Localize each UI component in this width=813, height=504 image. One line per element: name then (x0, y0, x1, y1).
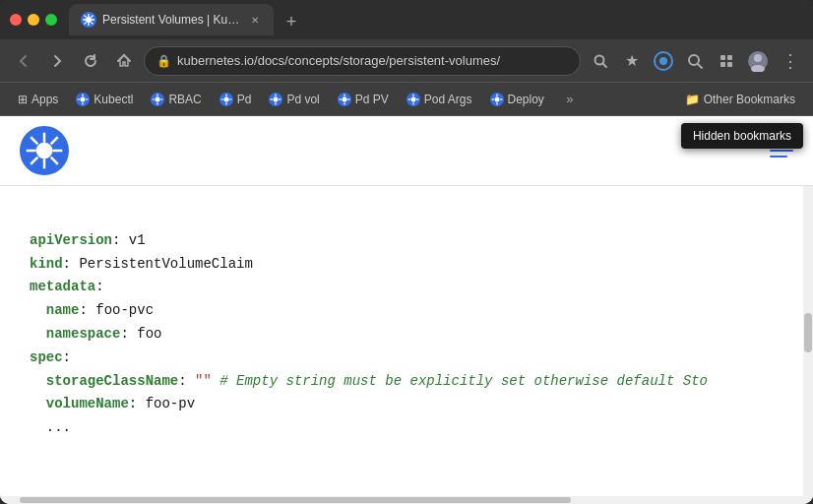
user-avatar[interactable] (744, 47, 772, 75)
podargs-favicon (406, 93, 420, 106)
bookmark-podargs-label: Pod Args (424, 93, 472, 106)
deploy-favicon (490, 93, 504, 106)
svg-point-54 (410, 96, 415, 101)
bookmark-apps-label: Apps (31, 93, 58, 106)
lock-icon: 🔒 (156, 54, 171, 68)
close-button[interactable] (10, 14, 22, 26)
vertical-scrollbar-thumb[interactable] (804, 313, 812, 352)
code-key-apiversion: apiVersion (30, 232, 112, 248)
bookmark-pd[interactable]: Pd (212, 90, 260, 109)
bookmark-button[interactable]: ★ (618, 47, 646, 75)
bookmark-kubectl-label: Kubectl (94, 93, 133, 106)
code-block: apiVersion: v1 kind: PersistentVolumeCla… (30, 206, 783, 464)
svg-point-76 (38, 145, 50, 157)
bookmark-deploy-label: Deploy (508, 93, 544, 106)
code-ellipsis: ... (46, 419, 71, 435)
browser-window: Persistent Volumes | Kubernete… ✕ + (0, 0, 813, 504)
code-key-spec: spec (30, 349, 63, 365)
other-bookmarks[interactable]: 📁 Other Bookmarks Hidden bookmarks (677, 90, 803, 109)
address-text: kubernetes.io/docs/concepts/storage/pers… (177, 53, 568, 68)
tabs-bar: Persistent Volumes | Kubernete… ✕ + (69, 4, 803, 35)
code-key-kind: kind (30, 256, 63, 272)
page-content: apiVersion: v1 kind: PersistentVolumeCla… (0, 116, 813, 504)
svg-point-30 (156, 96, 160, 101)
sync-icon (654, 51, 673, 71)
rbac-favicon (151, 93, 164, 106)
horizontal-scrollbar-track[interactable] (0, 496, 803, 504)
apps-grid-icon: ⊞ (18, 93, 28, 106)
show-hidden-bookmarks-button[interactable]: » (556, 86, 584, 113)
code-key-namespace: namespace (46, 326, 121, 342)
horizontal-scrollbar-thumb[interactable] (20, 497, 571, 503)
svg-point-1 (86, 17, 92, 23)
code-section: apiVersion: v1 kind: PersistentVolumeCla… (0, 186, 813, 504)
svg-point-21 (754, 54, 762, 62)
svg-line-11 (603, 63, 607, 67)
nav-bar: 🔒 kubernetes.io/docs/concepts/storage/pe… (0, 39, 813, 83)
profile-sync-button[interactable] (650, 47, 677, 75)
bookmark-podargs[interactable]: Pod Args (399, 90, 480, 109)
home-button[interactable] (110, 47, 138, 75)
tab-title: Persistent Volumes | Kubernete… (102, 13, 240, 27)
kubectl-favicon (76, 93, 90, 106)
folder-icon: 📁 (685, 93, 700, 106)
title-bar: Persistent Volumes | Kubernete… ✕ + (0, 0, 813, 39)
maximize-button[interactable] (45, 14, 57, 26)
bookmarks-bar: ⊞ Apps Kubectl RBAC (0, 83, 813, 116)
nav-actions: ★ (587, 47, 803, 75)
hamburger-line-2 (770, 150, 793, 152)
forward-button[interactable] (43, 47, 71, 75)
code-key-metadata: metadata (30, 279, 95, 294)
new-tab-button[interactable]: + (278, 8, 305, 35)
bookmark-deploy[interactable]: Deploy (482, 90, 552, 109)
back-icon (16, 53, 31, 69)
svg-point-13 (659, 57, 667, 65)
address-bar[interactable]: 🔒 kubernetes.io/docs/concepts/storage/pe… (144, 46, 581, 76)
tab-favicon (81, 12, 96, 28)
bookmark-rbac-label: RBAC (168, 93, 201, 106)
pdpv-favicon (338, 93, 351, 106)
svg-rect-17 (727, 55, 732, 60)
code-key-name: name (46, 302, 80, 318)
menu-button[interactable]: ⋮ (776, 47, 803, 75)
minimize-button[interactable] (28, 14, 39, 26)
code-key-volumename: volumeName (46, 396, 129, 411)
search-button[interactable] (587, 47, 614, 75)
bookmark-rbac[interactable]: RBAC (143, 90, 209, 109)
tab-close-button[interactable]: ✕ (248, 13, 262, 27)
extensions-button[interactable] (713, 47, 740, 75)
active-tab[interactable]: Persistent Volumes | Kubernete… ✕ (69, 4, 274, 35)
kubernetes-logo (20, 126, 69, 175)
vertical-scrollbar-track[interactable] (803, 186, 813, 504)
hamburger-line-3 (770, 156, 787, 158)
svg-line-15 (698, 64, 702, 68)
search-icon (593, 53, 608, 69)
home-icon (116, 53, 132, 69)
refresh-icon (83, 53, 98, 69)
svg-point-48 (342, 96, 346, 101)
bookmark-pdpv-label: Pd PV (355, 93, 389, 106)
svg-point-42 (274, 96, 279, 101)
code-comment-storage: # Empty string must be explicitly set ot… (219, 373, 708, 389)
bookmark-pdpv[interactable]: Pd PV (330, 90, 397, 109)
bookmark-pdvol-label: Pd vol (286, 93, 319, 106)
traffic-lights (10, 14, 57, 26)
bookmark-apps[interactable]: ⊞ Apps (10, 90, 66, 109)
svg-rect-19 (727, 62, 732, 67)
refresh-button[interactable] (77, 47, 104, 75)
bookmark-pdvol[interactable]: Pd vol (261, 90, 327, 109)
bookmark-pd-label: Pd (237, 93, 252, 106)
pdvol-favicon (269, 93, 282, 106)
other-bookmarks-label: Other Bookmarks (704, 93, 795, 106)
bookmark-kubectl[interactable]: Kubectl (68, 90, 141, 109)
svg-rect-16 (720, 55, 725, 60)
hidden-bookmarks-tooltip: Hidden bookmarks (681, 123, 803, 149)
svg-point-24 (81, 96, 86, 101)
svg-point-60 (494, 96, 499, 101)
code-key-storageclassname: storageClassName (46, 373, 178, 389)
back-button[interactable] (10, 47, 37, 75)
avatar-icon (747, 50, 769, 72)
puzzle-icon (719, 53, 734, 69)
search-bar-button[interactable] (681, 47, 709, 75)
forward-icon (49, 53, 65, 69)
